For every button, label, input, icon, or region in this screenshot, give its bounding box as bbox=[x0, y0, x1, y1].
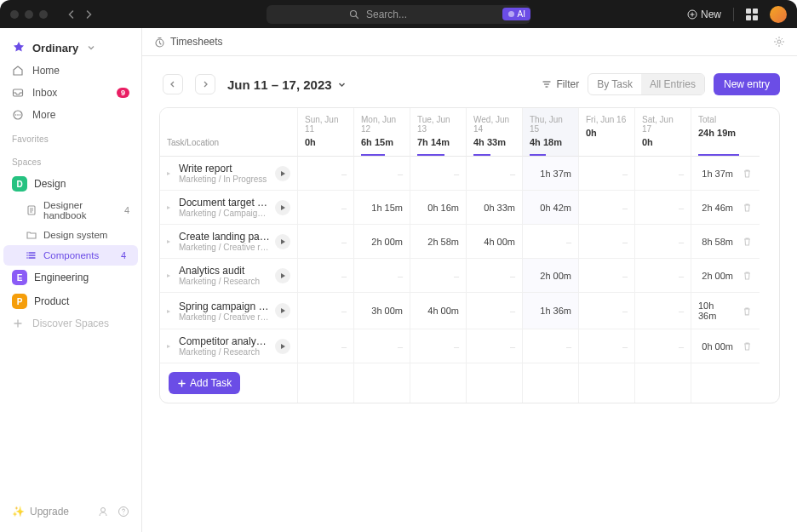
time-cell[interactable]: 4h 00m bbox=[467, 225, 523, 259]
user-avatar[interactable] bbox=[770, 6, 787, 23]
time-cell-empty[interactable]: – bbox=[298, 329, 354, 363]
time-cell-empty[interactable]: – bbox=[467, 293, 523, 329]
play-button[interactable] bbox=[275, 200, 290, 215]
trash-icon[interactable] bbox=[742, 306, 753, 317]
time-cell-empty[interactable]: – bbox=[467, 157, 523, 191]
time-cell-empty[interactable]: – bbox=[410, 329, 467, 363]
trash-icon[interactable] bbox=[742, 168, 753, 179]
expand-icon[interactable]: ▸ bbox=[167, 307, 174, 315]
expand-icon[interactable]: ▸ bbox=[167, 272, 174, 279]
time-cell-empty[interactable]: – bbox=[635, 157, 691, 191]
space-engineering[interactable]: EEngineering bbox=[0, 266, 141, 289]
space-product[interactable]: PProduct bbox=[0, 289, 141, 313]
task-title[interactable]: Spring campaign imag... bbox=[179, 300, 270, 312]
time-cell-empty[interactable]: – bbox=[635, 191, 691, 225]
add-task-button[interactable]: Add Task bbox=[169, 372, 240, 394]
time-cell-empty[interactable]: – bbox=[579, 293, 635, 329]
apps-icon[interactable] bbox=[746, 9, 758, 20]
back-button[interactable] bbox=[65, 8, 78, 21]
forward-button[interactable] bbox=[82, 8, 95, 21]
play-button[interactable] bbox=[275, 166, 290, 181]
minimize-window[interactable] bbox=[25, 10, 33, 19]
time-cell-empty[interactable]: – bbox=[579, 329, 635, 363]
new-button[interactable]: New bbox=[687, 9, 721, 20]
time-cell-empty[interactable]: – bbox=[298, 225, 354, 259]
time-cell[interactable]: 1h 37m bbox=[523, 157, 579, 191]
help-icon[interactable] bbox=[118, 506, 129, 518]
play-button[interactable] bbox=[275, 303, 290, 318]
nav-inbox[interactable]: Inbox9 bbox=[0, 82, 141, 104]
expand-icon[interactable]: ▸ bbox=[167, 203, 174, 211]
time-cell-empty[interactable]: – bbox=[635, 225, 691, 259]
trash-icon[interactable] bbox=[742, 340, 753, 352]
workspace-switcher[interactable]: Ordinary bbox=[0, 36, 141, 60]
time-cell[interactable]: 2h 58m bbox=[410, 225, 467, 259]
date-range-picker[interactable]: Jun 11 – 17, 2023 bbox=[227, 77, 347, 92]
close-window[interactable] bbox=[10, 10, 19, 19]
time-cell[interactable]: 4h 00m bbox=[410, 293, 467, 329]
upgrade-button[interactable]: ✨ Upgrade bbox=[12, 506, 69, 518]
task-title[interactable]: Document target users bbox=[179, 197, 270, 209]
trash-icon[interactable] bbox=[742, 270, 753, 281]
space-design[interactable]: DDesign bbox=[0, 172, 141, 196]
time-cell-empty[interactable]: – bbox=[579, 157, 635, 191]
task-title[interactable]: Competitor analysis doc bbox=[179, 335, 270, 347]
trash-icon[interactable] bbox=[742, 236, 753, 247]
maximize-window[interactable] bbox=[39, 10, 48, 19]
discover-spaces[interactable]: Discover Spaces bbox=[0, 313, 141, 334]
search-input[interactable]: Search... bbox=[267, 5, 530, 24]
invite-icon[interactable] bbox=[97, 506, 109, 518]
time-cell[interactable]: 0h 33m bbox=[467, 191, 523, 225]
new-entry-button[interactable]: New entry bbox=[714, 73, 780, 95]
time-cell[interactable]: 1h 15m bbox=[354, 191, 410, 225]
sidebar-item-designer-handbook[interactable]: Designer handbook4 bbox=[0, 196, 141, 225]
play-button[interactable] bbox=[275, 234, 290, 249]
time-cell-empty[interactable]: – bbox=[354, 157, 410, 191]
time-cell-empty[interactable]: – bbox=[298, 293, 354, 329]
time-cell-empty[interactable]: – bbox=[467, 329, 523, 363]
time-cell-empty[interactable]: – bbox=[354, 259, 410, 293]
new-label: New bbox=[701, 9, 721, 20]
play-button[interactable] bbox=[275, 268, 290, 283]
time-cell[interactable]: 3h 00m bbox=[354, 293, 410, 329]
time-cell-empty[interactable]: – bbox=[635, 259, 691, 293]
task-title[interactable]: Analytics audit bbox=[179, 265, 270, 277]
time-cell[interactable]: 0h 16m bbox=[410, 191, 467, 225]
sidebar-item-design-system[interactable]: Design system bbox=[0, 225, 141, 245]
time-cell-empty[interactable]: – bbox=[579, 191, 635, 225]
time-cell-empty[interactable]: – bbox=[467, 259, 523, 293]
ai-badge[interactable]: AI bbox=[502, 8, 530, 20]
time-cell[interactable]: 2h 00m bbox=[523, 259, 579, 293]
time-cell-empty[interactable]: – bbox=[635, 293, 691, 329]
time-cell[interactable]: 0h 42m bbox=[523, 191, 579, 225]
time-cell[interactable]: 2h 00m bbox=[354, 225, 410, 259]
time-cell[interactable]: 1h 36m bbox=[523, 293, 579, 329]
next-period-button[interactable] bbox=[195, 74, 215, 94]
expand-icon[interactable]: ▸ bbox=[167, 342, 174, 350]
time-cell-empty[interactable]: – bbox=[635, 329, 691, 363]
nav-more[interactable]: More bbox=[0, 104, 141, 126]
sidebar-item-components[interactable]: Components4 bbox=[3, 245, 138, 266]
time-cell-empty[interactable]: – bbox=[410, 259, 467, 293]
settings-icon[interactable] bbox=[773, 36, 785, 48]
play-button[interactable] bbox=[275, 339, 290, 354]
view-by-task[interactable]: By Task bbox=[588, 74, 641, 94]
time-cell-empty[interactable]: – bbox=[298, 191, 354, 225]
time-cell-empty[interactable]: – bbox=[579, 225, 635, 259]
view-all-entries[interactable]: All Entries bbox=[641, 74, 704, 94]
nav-home[interactable]: Home bbox=[0, 60, 141, 82]
filter-button[interactable]: Filter bbox=[542, 78, 579, 90]
time-cell-empty[interactable]: – bbox=[579, 259, 635, 293]
prev-period-button[interactable] bbox=[163, 74, 183, 94]
time-cell-empty[interactable]: – bbox=[410, 157, 467, 191]
trash-icon[interactable] bbox=[742, 202, 753, 213]
expand-icon[interactable]: ▸ bbox=[167, 169, 174, 177]
time-cell-empty[interactable]: – bbox=[523, 225, 579, 259]
time-cell-empty[interactable]: – bbox=[354, 329, 410, 363]
expand-icon[interactable]: ▸ bbox=[167, 237, 174, 245]
time-cell-empty[interactable]: – bbox=[298, 157, 354, 191]
task-title[interactable]: Write report bbox=[179, 163, 270, 174]
task-title[interactable]: Create landing page bbox=[179, 231, 270, 243]
time-cell-empty[interactable]: – bbox=[523, 329, 579, 363]
time-cell-empty[interactable]: – bbox=[298, 259, 354, 293]
